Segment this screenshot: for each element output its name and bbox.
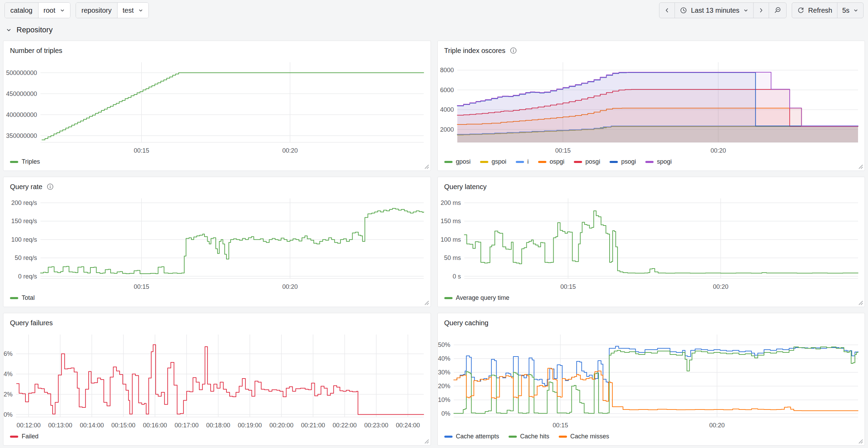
- chart-canvas: 00:1500:200 req/s50 req/s100 req/s150 re…: [3, 193, 431, 294]
- y-tick-label: 150 ms: [441, 218, 461, 225]
- variable-picker-catalog: catalog root: [4, 2, 70, 18]
- panel-title[interactable]: Query rate: [10, 183, 42, 191]
- series-line-Cache misses: [454, 368, 858, 411]
- chart-canvas: 00:1500:200 s50 ms100 ms150 ms200 ms: [438, 193, 865, 294]
- panel-resize-handle[interactable]: [423, 299, 429, 305]
- panel-legend: gposigspoiiospgiposgipsogispogi: [438, 157, 865, 171]
- y-tick-label: 8000: [440, 67, 454, 74]
- legend-marker: [480, 161, 488, 163]
- legend-item-average-query-time[interactable]: Average query time: [444, 294, 510, 302]
- series-line-Total: [41, 208, 424, 274]
- legend-item-posgi[interactable]: posgi: [574, 158, 600, 165]
- info-icon[interactable]: [510, 47, 517, 54]
- variable-value-repository[interactable]: test: [118, 3, 148, 18]
- legend-label: gspoi: [492, 158, 507, 165]
- panel-resize-handle[interactable]: [857, 299, 863, 305]
- panel-resize-handle[interactable]: [857, 438, 863, 444]
- time-shift-forward-button[interactable]: [753, 3, 769, 18]
- legend-item-cache-attempts[interactable]: Cache attempts: [444, 433, 499, 440]
- legend-label: Failed: [22, 433, 38, 440]
- legend-item-i[interactable]: i: [516, 158, 529, 165]
- legend-item-ospgi[interactable]: ospgi: [538, 158, 565, 165]
- time-range-picker-button[interactable]: Last 13 minutes: [675, 3, 753, 18]
- timeseries-chart[interactable]: 00:1500:200 s50 ms100 ms150 ms200 ms: [438, 193, 865, 294]
- legend-item-gspoi[interactable]: gspoi: [480, 158, 507, 165]
- panel-title[interactable]: Query failures: [10, 319, 53, 327]
- legend-label: i: [527, 158, 529, 165]
- x-tick-label: 00:15:00: [111, 422, 135, 429]
- x-tick-label: 00:20: [710, 147, 726, 154]
- variable-label-catalog: catalog: [5, 3, 38, 18]
- timeseries-chart[interactable]: 00:1500:20350000000400000000450000000500…: [3, 57, 431, 157]
- legend-marker: [10, 297, 18, 299]
- timeseries-chart[interactable]: 00:1500:200%10%20%30%40%50%: [438, 329, 865, 432]
- panel-title[interactable]: Query latency: [444, 183, 487, 191]
- legend-item-gposi[interactable]: gposi: [444, 158, 471, 165]
- time-shift-back-button[interactable]: [659, 3, 675, 18]
- x-tick-label: 00:16:00: [143, 422, 167, 429]
- panel-title[interactable]: Number of triples: [10, 47, 62, 55]
- variable-pickers: catalog root repository test: [4, 2, 149, 18]
- x-tick-label: 00:15: [553, 422, 568, 429]
- panel-query-latency: Query latency 00:1500:200 s50 ms100 ms15…: [437, 177, 865, 307]
- panel-query-failures: Query failures 00:12:0000:13:0000:14:000…: [3, 313, 431, 446]
- y-tick-label: 0 req/s: [18, 273, 37, 280]
- refresh-button[interactable]: Refresh: [792, 3, 837, 18]
- x-tick-label: 00:15: [560, 283, 576, 290]
- zoom-out-time-button[interactable]: [769, 3, 786, 18]
- x-tick-label: 00:18:00: [206, 422, 230, 429]
- time-range-label: Last 13 minutes: [691, 7, 739, 14]
- y-tick-label: 10%: [438, 396, 450, 403]
- chart-canvas: 00:1500:202000400060008000: [438, 57, 865, 157]
- legend-label: Cache attempts: [456, 433, 499, 440]
- y-tick-label: 400000000: [6, 111, 37, 118]
- chevron-down-icon: [60, 8, 65, 13]
- timeseries-chart[interactable]: 00:12:0000:13:0000:14:0000:15:0000:16:00…: [3, 329, 431, 432]
- x-tick-label: 00:20:00: [269, 422, 293, 429]
- legend-item-failed[interactable]: Failed: [10, 433, 38, 440]
- timeseries-chart[interactable]: 00:1500:200 req/s50 req/s100 req/s150 re…: [3, 193, 431, 294]
- panel-resize-handle[interactable]: [857, 163, 863, 169]
- legend-item-cache-hits[interactable]: Cache hits: [509, 433, 549, 440]
- legend-item-spogi[interactable]: spogi: [645, 158, 672, 165]
- panel-query-caching: Query caching 00:1500:200%10%20%30%40%50…: [437, 313, 865, 446]
- panel-legend: Failed: [3, 432, 431, 445]
- legend-item-psogi[interactable]: psogi: [610, 158, 636, 165]
- section-header-repository[interactable]: Repository: [0, 19, 868, 41]
- panel-query-rate: Query rate 00:1500:200 req/s50 req/s100 …: [3, 177, 431, 307]
- timeseries-chart[interactable]: 00:1500:202000400060008000: [438, 57, 865, 157]
- x-tick-label: 00:15: [134, 147, 149, 154]
- y-tick-label: 2000: [440, 126, 454, 133]
- panel-title[interactable]: Query caching: [444, 319, 489, 327]
- y-tick-label: 0%: [441, 410, 450, 417]
- legend-item-cache-misses[interactable]: Cache misses: [559, 433, 609, 440]
- y-tick-label: 200 ms: [441, 199, 461, 206]
- y-tick-label: 100 req/s: [11, 236, 37, 243]
- y-tick-label: 50%: [438, 341, 450, 348]
- x-tick-label: 00:12:00: [16, 422, 41, 429]
- info-icon[interactable]: [47, 183, 54, 190]
- panel-resize-handle[interactable]: [423, 163, 429, 169]
- chevron-down-icon: [138, 8, 143, 13]
- variable-value-catalog[interactable]: root: [38, 3, 70, 18]
- legend-label: gposi: [456, 158, 471, 165]
- legend-item-total[interactable]: Total: [10, 294, 35, 302]
- refresh-interval-button[interactable]: 5s: [837, 3, 863, 18]
- y-tick-label: 40%: [438, 355, 450, 362]
- legend-marker: [538, 161, 546, 163]
- x-tick-label: 00:24:00: [396, 422, 420, 429]
- panel-header: Query latency: [438, 177, 865, 193]
- panel-title[interactable]: Triple index oscores: [444, 47, 505, 55]
- panel-header: Number of triples: [3, 41, 431, 57]
- y-tick-label: 30%: [438, 369, 450, 376]
- y-tick-label: 0%: [3, 411, 12, 418]
- panel-resize-handle[interactable]: [423, 438, 429, 444]
- legend-label: Average query time: [456, 294, 510, 302]
- panel-legend: Average query time: [438, 294, 865, 307]
- chevron-down-icon: [743, 8, 748, 13]
- panel-number-of-triples: Number of triples 00:1500:20350000000400…: [3, 41, 431, 171]
- chevron-down-icon: [853, 8, 858, 13]
- chevron-left-icon: [664, 8, 670, 13]
- y-tick-label: 6000: [440, 87, 454, 94]
- legend-item-triples[interactable]: Triples: [10, 158, 40, 165]
